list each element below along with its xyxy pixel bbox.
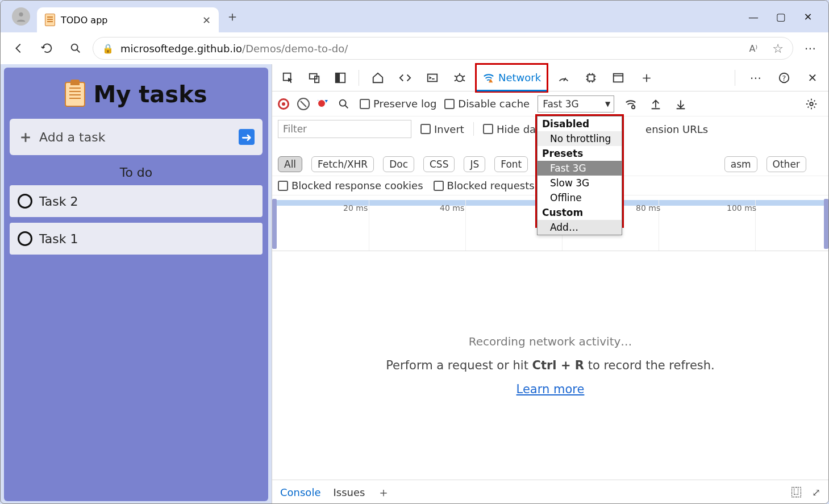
back-button[interactable] <box>7 37 30 60</box>
minimize-icon[interactable]: — <box>748 11 759 23</box>
filter-type-other[interactable]: Other <box>766 156 806 172</box>
search-icon <box>338 98 350 110</box>
recording-text: Recording network activity… <box>469 335 632 348</box>
drawer-add-tab-button[interactable]: ＋ <box>377 484 390 501</box>
add-task-input[interactable]: ＋ Add a task ➜ <box>10 119 263 155</box>
svg-point-15 <box>810 102 813 106</box>
tab-application[interactable] <box>606 65 630 91</box>
browser-tab[interactable]: TODO app ✕ <box>37 7 219 32</box>
export-har-button[interactable] <box>672 93 689 115</box>
throttling-option-no-throttling[interactable]: No throttling <box>538 131 622 146</box>
more-tabs-button[interactable]: ＋ <box>634 65 660 91</box>
tab-welcome[interactable] <box>366 65 390 91</box>
lock-icon: 🔒 <box>102 43 114 54</box>
more-tools-button[interactable]: ⋯ <box>744 66 767 89</box>
submit-task-button[interactable]: ➜ <box>239 129 255 145</box>
filter-type-css[interactable]: CSS <box>423 156 455 172</box>
svg-rect-9 <box>588 74 594 81</box>
preserve-log-label: Preserve log <box>373 98 436 110</box>
console-icon <box>426 72 439 84</box>
inspect-element-button[interactable] <box>277 66 299 89</box>
dock-side-button[interactable] <box>329 66 352 89</box>
clear-button[interactable] <box>297 98 310 110</box>
task-item[interactable]: Task 2 <box>10 185 263 217</box>
timeline-tick: 40 ms <box>440 203 464 213</box>
throttling-menu[interactable]: Disabled No throttling Presets Fast 3G S… <box>537 116 622 235</box>
arrow-left-icon <box>13 42 25 55</box>
svg-rect-7 <box>428 74 438 81</box>
throttling-option-offline[interactable]: Offline <box>538 190 622 205</box>
blocked-requests-checkbox[interactable]: Blocked requests <box>434 180 535 191</box>
throttling-option-add[interactable]: Add… <box>538 220 622 235</box>
refresh-button[interactable] <box>36 37 59 60</box>
todo-app: My tasks ＋ Add a task ➜ To do Task 2 Tas… <box>4 68 268 501</box>
extension-urls-label-fragment: ension URLs <box>645 123 708 135</box>
record-button[interactable] <box>278 98 289 110</box>
network-settings-button[interactable] <box>800 93 823 115</box>
filter-type-js[interactable]: JS <box>464 156 485 172</box>
profile-avatar-icon[interactable] <box>12 7 30 26</box>
checkbox-icon <box>444 99 455 109</box>
preserve-log-checkbox[interactable]: Preserve log <box>360 98 436 110</box>
new-tab-button[interactable]: ＋ <box>222 6 243 27</box>
close-window-icon[interactable]: ✕ <box>802 11 814 23</box>
tab-close-icon[interactable]: ✕ <box>202 14 211 26</box>
filter-type-doc[interactable]: Doc <box>383 156 414 172</box>
task-item[interactable]: Task 1 <box>10 223 263 255</box>
drawer-tab-console[interactable]: Console <box>280 486 320 498</box>
tab-sources[interactable] <box>448 65 472 91</box>
blocked-cookies-label: Blocked response cookies <box>291 180 423 191</box>
throttling-option-fast-3g[interactable]: Fast 3G <box>538 161 622 176</box>
svg-point-1 <box>72 44 78 51</box>
tab-network[interactable]: Network <box>477 65 547 91</box>
filter-type-wasm[interactable]: asm <box>724 156 757 172</box>
timeline-tick: 100 ms <box>727 203 756 213</box>
svg-rect-10 <box>614 73 623 82</box>
device-toggle-button[interactable] <box>303 66 326 89</box>
tab-performance[interactable] <box>552 65 576 91</box>
task-checkbox-icon[interactable] <box>18 194 32 209</box>
filter-toggle-button[interactable] <box>318 100 328 108</box>
filter-input[interactable] <box>278 120 411 138</box>
timeline-handle-right[interactable] <box>824 199 828 249</box>
throttling-select[interactable]: Fast 3G <box>538 95 614 113</box>
import-har-button[interactable] <box>647 93 664 115</box>
blocked-requests-label: Blocked requests <box>447 180 535 191</box>
tab-elements[interactable] <box>393 65 417 91</box>
throttling-group-custom: Custom <box>538 205 622 220</box>
close-devtools-button[interactable]: ✕ <box>801 66 824 89</box>
drawer-expand-icon[interactable]: ⤢ <box>812 486 820 498</box>
hint-kbd: Ctrl + R <box>532 359 584 372</box>
favorite-icon[interactable]: ☆ <box>772 41 784 56</box>
svg-point-0 <box>19 13 23 16</box>
filter-type-fetch[interactable]: Fetch/XHR <box>311 156 374 172</box>
more-menu-button[interactable]: ⋯ <box>799 37 822 60</box>
add-task-placeholder: Add a task <box>39 130 105 144</box>
learn-more-link[interactable]: Learn more <box>516 382 585 396</box>
tab-memory[interactable] <box>579 65 603 91</box>
blocked-cookies-checkbox[interactable]: Blocked response cookies <box>278 180 423 191</box>
maximize-icon[interactable]: ▢ <box>775 11 786 23</box>
search-network-button[interactable] <box>336 93 352 115</box>
invert-checkbox[interactable]: Invert <box>420 123 464 135</box>
task-checkbox-icon[interactable] <box>18 231 32 246</box>
tab-console[interactable] <box>420 65 444 91</box>
devices-icon <box>308 72 320 84</box>
drawer-toggle-icon[interactable]: ⿶ <box>791 486 802 498</box>
read-aloud-icon[interactable]: A⁾ <box>749 43 757 54</box>
network-conditions-button[interactable] <box>622 93 639 115</box>
drawer-tab-issues[interactable]: Issues <box>333 486 365 498</box>
search-button[interactable] <box>64 37 87 60</box>
help-button[interactable]: ? <box>773 66 795 89</box>
throttling-option-slow-3g[interactable]: Slow 3G <box>538 176 622 190</box>
filter-type-font[interactable]: Font <box>494 156 528 172</box>
address-bar[interactable]: 🔒 microsoftedge.github.io/Demos/demo-to-… <box>93 37 793 60</box>
devtools-tab-bar: Network ＋ ⋯ ? ✕ <box>272 64 828 91</box>
window-icon <box>612 72 624 84</box>
filter-type-all[interactable]: All <box>278 156 302 172</box>
browser-titlebar: TODO app ✕ ＋ — ▢ ✕ <box>1 1 828 32</box>
timeline-handle-left[interactable] <box>272 199 277 249</box>
disable-cache-checkbox[interactable]: Disable cache <box>444 98 530 110</box>
upload-icon <box>649 98 662 110</box>
task-label: Task 1 <box>39 232 78 246</box>
